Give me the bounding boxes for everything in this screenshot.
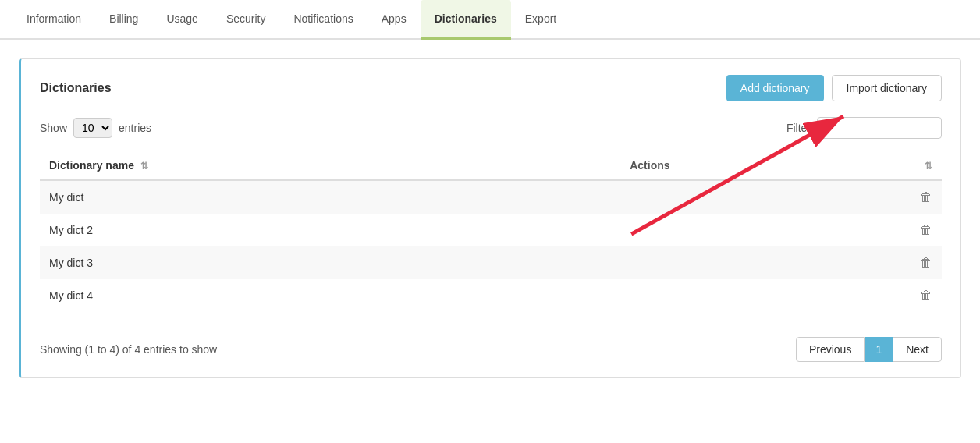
tab-security[interactable]: Security [212, 0, 280, 40]
actions-cell: 🗑 [620, 180, 942, 214]
column-name: Dictionary name ⇅ [40, 151, 620, 180]
add-dictionary-button[interactable]: Add dictionary [726, 75, 824, 101]
dict-name-cell: My dict 2 [40, 214, 620, 246]
show-entries: Show 10 25 50 entries [40, 118, 151, 138]
tab-notifications[interactable]: Notifications [279, 0, 367, 40]
next-button[interactable]: Next [893, 337, 942, 362]
card-title: Dictionaries [40, 81, 112, 95]
filter-input[interactable] [817, 117, 942, 139]
pagination: Previous 1 Next [796, 337, 942, 362]
dict-name-cell: My dict [40, 180, 620, 214]
dict-name-cell: My dict 3 [40, 246, 620, 279]
delete-icon[interactable]: 🗑 [920, 190, 932, 204]
actions-cell: 🗑 [620, 246, 942, 279]
table-row: My dict 2🗑 [40, 214, 942, 246]
tab-billing[interactable]: Billing [95, 0, 152, 40]
sort-icon-actions[interactable]: ⇅ [925, 161, 932, 172]
page-1-button[interactable]: 1 [865, 337, 893, 362]
header-buttons: Add dictionary Import dictionary [726, 75, 942, 101]
filter-area: Filter [786, 117, 942, 139]
previous-button[interactable]: Previous [796, 337, 865, 362]
card-footer: Showing (1 to 4) of 4 entries to show Pr… [40, 328, 942, 362]
tab-export[interactable]: Export [511, 0, 570, 40]
tab-usage[interactable]: Usage [152, 0, 211, 40]
actions-cell: 🗑 [620, 279, 942, 312]
delete-icon[interactable]: 🗑 [920, 256, 932, 269]
entries-select[interactable]: 10 25 50 [73, 118, 112, 138]
entries-label: entries [119, 122, 151, 134]
filter-label: Filter [786, 122, 811, 134]
show-label: Show [40, 122, 67, 134]
tab-apps[interactable]: Apps [368, 0, 421, 40]
card-header: Dictionaries Add dictionary Import dicti… [40, 75, 942, 101]
table-row: My dict 3🗑 [40, 246, 942, 279]
dictionaries-table: Dictionary name ⇅ Actions ⇅ My dict🗑My d… [40, 151, 942, 312]
delete-icon[interactable]: 🗑 [920, 289, 932, 302]
actions-cell: 🗑 [620, 214, 942, 246]
top-navigation: InformationBillingUsageSecurityNotificat… [0, 0, 980, 40]
sort-icon-name[interactable]: ⇅ [140, 161, 148, 172]
table-row: My dict 4🗑 [40, 279, 942, 312]
showing-text: Showing (1 to 4) of 4 entries to show [40, 343, 217, 356]
dict-name-cell: My dict 4 [40, 279, 620, 312]
delete-icon[interactable]: 🗑 [920, 223, 932, 236]
controls-row: Show 10 25 50 entries Filter [40, 117, 942, 139]
column-actions: Actions [620, 151, 911, 180]
tab-dictionaries[interactable]: Dictionaries [421, 0, 511, 40]
tab-information[interactable]: Information [12, 0, 95, 40]
import-dictionary-button[interactable]: Import dictionary [832, 75, 942, 101]
table-row: My dict🗑 [40, 180, 942, 214]
dictionaries-card: Dictionaries Add dictionary Import dicti… [19, 58, 961, 378]
